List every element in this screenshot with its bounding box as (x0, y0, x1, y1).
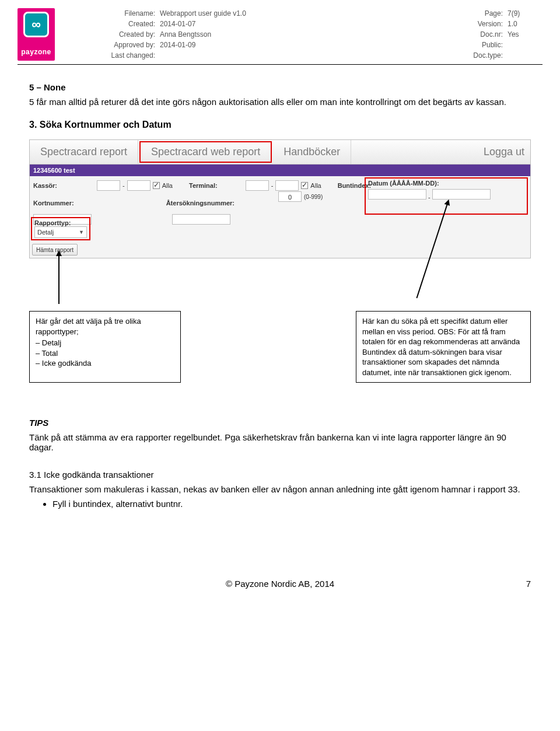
datum-from-input[interactable] (368, 189, 426, 200)
meta-label: Page: (294, 8, 503, 19)
section-3-title: 3. Söka Kortnummer och Datum (29, 120, 531, 130)
meta-label: Version: (294, 19, 503, 29)
tab-handbocker[interactable]: Handböcker (273, 140, 351, 164)
terminal-alla-checkbox[interactable] (301, 182, 308, 189)
screenshot-figure: Spectracard report Spectracard web repor… (29, 139, 531, 383)
section-3-1-heading: 3.1 Icke godkända transaktioner (29, 470, 531, 480)
logo-brand-text: payzone (21, 48, 51, 56)
section-5-body: 5 får man alltid på returer då det inte … (29, 97, 531, 107)
label-alla-2: Alla (310, 182, 321, 189)
page-footer: © Payzone Nordic AB, 2014 7 (18, 579, 542, 589)
label-atersok: Återsökningsnummer: (166, 200, 235, 207)
rapporttyp-select[interactable]: Detalj ▼ (34, 226, 87, 238)
label-terminal: Terminal: (189, 182, 218, 189)
app-tabbar: Spectracard report Spectracard web repor… (30, 140, 530, 165)
label-datum: Datum (ÅÅÅÅ-MM-DD): (368, 180, 439, 187)
label-rapporttyp: Rapporttyp: (34, 219, 71, 226)
filter-panel: Kassör: - Alla Terminal: - Alla (30, 176, 530, 258)
section-3-1-bullets: Fyll i buntindex, alternativt buntnr. (52, 499, 531, 509)
page-content: 5 – None 5 får man alltid på returer då … (18, 65, 542, 509)
meta-label: Approved by: (61, 40, 155, 50)
section-3-1-body: Transaktioner som makuleras i kassan, ne… (29, 484, 531, 494)
tips-body: Tänk på att stämma av era rapporter rege… (29, 432, 531, 452)
bullet-item: Fyll i buntindex, alternativt buntnr. (52, 499, 531, 509)
callouts-row: Här går det att välja på tre olika rappo… (29, 311, 531, 383)
meta-label: Filename: (61, 8, 155, 19)
terminal-from-input[interactable] (246, 180, 269, 191)
callout-datum: Här kan du söka på ett specifikt datum e… (356, 311, 531, 383)
label-alla-1: Alla (162, 182, 173, 189)
chevron-down-icon: ▼ (79, 229, 84, 235)
rapporttyp-highlight-box: Rapporttyp: Detalj ▼ (31, 217, 90, 240)
payzone-logo: ∞ payzone (18, 8, 55, 61)
tips-heading: TIPS (29, 418, 531, 428)
terminal-to-input[interactable] (275, 180, 299, 191)
logo-icon: ∞ (23, 12, 49, 37)
kassor-alla-checkbox[interactable] (153, 182, 160, 189)
callout-item: Icke godkända (36, 358, 174, 369)
arrow-to-rapporttyp (58, 255, 60, 304)
doc-header: ∞ payzone Filename: Created: Created by:… (18, 6, 542, 65)
meta-value: Yes (508, 29, 542, 40)
footer-page-number: 7 (508, 579, 531, 589)
meta-labels-right: Page: Version: Doc.nr: Public: Doc.type: (294, 8, 508, 61)
app-screenshot: Spectracard report Spectracard web repor… (29, 139, 531, 258)
tab-spectracard-web-report[interactable]: Spectracard web report (139, 141, 272, 163)
hamta-rapport-button[interactable]: Hämta rapport (32, 244, 78, 256)
kassor-from-input[interactable] (97, 180, 120, 191)
meta-label: Doc.type: (294, 50, 503, 61)
footer-copyright: © Payzone Nordic AB, 2014 (52, 579, 508, 589)
tips-block: TIPS Tänk på att stämma av era rapporter… (29, 418, 531, 452)
label-kassor: Kassör: (33, 182, 57, 189)
meta-value: 1.0 (508, 19, 542, 29)
meta-label: Last changed: (61, 50, 155, 61)
meta-label: Doc.nr: (294, 29, 503, 40)
atersok-input[interactable] (172, 214, 230, 225)
label-kortnummer: Kortnummer: (33, 200, 74, 207)
callout-item: Total (36, 348, 174, 359)
merchant-bar: 12345600 test (30, 165, 530, 176)
tab-spectracard-report[interactable]: Spectracard report (30, 140, 138, 164)
callout-item: Detalj (36, 338, 174, 348)
meta-values-right: 7(9) 1.0 Yes (508, 8, 542, 61)
rapporttyp-value: Detalj (37, 229, 54, 236)
doc-metadata: Filename: Created: Created by: Approved … (61, 8, 542, 61)
buntindex-input[interactable]: 0 (278, 191, 302, 202)
datum-to-input[interactable] (432, 189, 491, 200)
label-buntrange: (0-999) (304, 194, 323, 200)
meta-values-left: Webrapport user guide v1.0 2014-01-07 An… (160, 8, 294, 61)
meta-value: 7(9) (508, 8, 542, 19)
meta-label: Created by: (61, 29, 155, 40)
meta-value: Webrapport user guide v1.0 (160, 8, 294, 19)
meta-labels-left: Filename: Created: Created by: Approved … (61, 8, 160, 61)
meta-label: Created: (61, 19, 155, 29)
section-3-1: 3.1 Icke godkända transaktioner Transakt… (29, 470, 531, 509)
meta-value: 2014-01-09 (160, 40, 294, 50)
callout-rapporttyper: Här går det att välja på tre olika rappo… (29, 311, 181, 383)
tab-logga-ut[interactable]: Logga ut (473, 140, 530, 164)
meta-value: 2014-01-07 (160, 19, 294, 29)
callout-left-lead: Här går det att välja på tre olika rappo… (36, 317, 141, 336)
meta-value: Anna Bengtsson (160, 29, 294, 40)
meta-label: Public: (294, 40, 503, 50)
callout-right-text: Här kan du söka på ett specifikt datum e… (362, 317, 520, 377)
section-5-title: 5 – None (29, 82, 531, 92)
kassor-to-input[interactable] (127, 180, 150, 191)
